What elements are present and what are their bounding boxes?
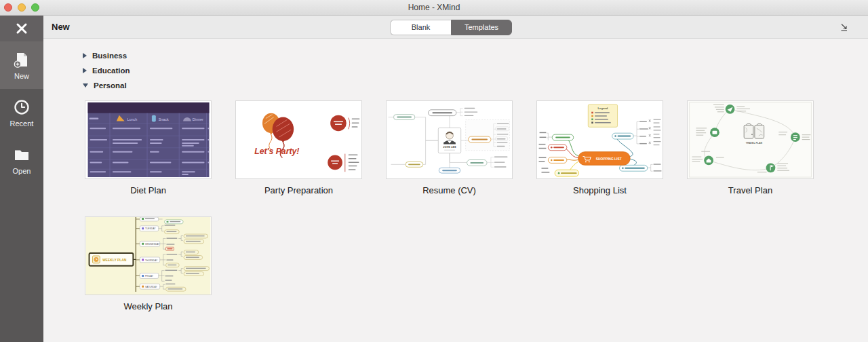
template-card-shopping-list[interactable]: Legend bbox=[536, 100, 663, 179]
template-title: Weekly Plan bbox=[85, 301, 212, 311]
collapsed-arrow-icon bbox=[83, 68, 87, 73]
category-personal[interactable]: Personal bbox=[83, 78, 130, 93]
svg-text:TRAVEL PLAN: TRAVEL PLAN bbox=[746, 142, 763, 145]
weekly-plan-thumbnail: WEEKLY PLAN TUESDAY bbox=[85, 217, 211, 294]
template-title: Diet Plan bbox=[85, 185, 212, 195]
page-title: New bbox=[52, 22, 70, 32]
template-grid: Lunch Snack Dinner bbox=[85, 100, 814, 311]
template-title: Travel Plan bbox=[687, 185, 814, 195]
sidebar-item-new[interactable]: New bbox=[0, 41, 43, 89]
blank-templates-switcher: Blank Templates bbox=[390, 20, 512, 35]
sidebar-item-recent[interactable]: Recent bbox=[0, 89, 43, 136]
template-cell: TRAVEL PLAN bbox=[687, 100, 814, 195]
sidebar-item-label: Recent bbox=[10, 119, 34, 128]
import-template-button[interactable] bbox=[839, 22, 850, 33]
svg-text:FRIDAY: FRIDAY bbox=[145, 275, 154, 278]
collapsed-arrow-icon bbox=[83, 53, 87, 58]
svg-text:JOHN LEE: JOHN LEE bbox=[443, 146, 456, 149]
template-title: Resume (CV) bbox=[386, 185, 513, 195]
sidebar: New Recent Open bbox=[0, 16, 43, 342]
category-education[interactable]: Education bbox=[83, 63, 130, 78]
template-card-diet-plan[interactable]: Lunch Snack Dinner bbox=[85, 100, 212, 179]
folder-icon bbox=[13, 146, 31, 164]
template-cell: Legend bbox=[536, 100, 663, 195]
template-title: Shopping List bbox=[536, 185, 663, 195]
expanded-arrow-icon bbox=[83, 83, 88, 88]
shopping-list-thumbnail: Legend bbox=[537, 101, 663, 178]
template-card-resume-cv[interactable]: JOHN LEE bbox=[386, 100, 513, 179]
template-cell: Let's Party! bbox=[235, 100, 362, 195]
tab-templates[interactable]: Templates bbox=[451, 20, 512, 35]
template-cell: WEEKLY PLAN TUESDAY bbox=[85, 216, 212, 311]
svg-text:Snack: Snack bbox=[159, 117, 169, 121]
sidebar-item-open[interactable]: Open bbox=[0, 136, 43, 184]
svg-text:WEEKLY PLAN: WEEKLY PLAN bbox=[102, 259, 127, 262]
svg-text:Let's Party!: Let's Party! bbox=[254, 147, 299, 156]
resume-cv-thumbnail: JOHN LEE bbox=[387, 101, 512, 178]
svg-text:WEDNESDAY: WEDNESDAY bbox=[145, 243, 160, 246]
category-tree: Business Education Personal bbox=[83, 48, 130, 93]
category-business[interactable]: Business bbox=[83, 48, 130, 63]
svg-text:SATURDAY: SATURDAY bbox=[145, 286, 157, 288]
window-title: Home - XMind bbox=[0, 0, 868, 15]
templates-panel: Business Education Personal bbox=[43, 39, 868, 342]
tab-blank[interactable]: Blank bbox=[390, 20, 451, 35]
template-card-travel-plan[interactable]: TRAVEL PLAN bbox=[687, 100, 814, 179]
new-document-icon bbox=[13, 51, 31, 69]
template-title: Party Preparation bbox=[235, 185, 362, 195]
template-cell: Lunch Snack Dinner bbox=[85, 100, 212, 195]
svg-text:Lunch: Lunch bbox=[127, 117, 138, 121]
xmind-home-window: Home - XMind New bbox=[0, 0, 868, 342]
template-card-weekly-plan[interactable]: WEEKLY PLAN TUESDAY bbox=[85, 216, 212, 295]
main-header: New Blank Templates bbox=[43, 16, 868, 39]
template-card-party-preparation[interactable]: Let's Party! bbox=[235, 100, 362, 179]
close-icon bbox=[15, 22, 28, 35]
svg-text:SHOPPING LIST: SHOPPING LIST bbox=[596, 157, 622, 161]
titlebar: Home - XMind bbox=[0, 0, 868, 16]
svg-text:Legend: Legend bbox=[598, 107, 608, 110]
clock-icon bbox=[13, 98, 31, 116]
travel-plan-thumbnail: TRAVEL PLAN bbox=[688, 101, 813, 178]
svg-text:THURSDAY: THURSDAY bbox=[145, 259, 158, 262]
template-cell: JOHN LEE Resume (CV) bbox=[386, 100, 513, 195]
diet-plan-thumbnail: Lunch Snack Dinner bbox=[85, 101, 211, 178]
close-home-button[interactable] bbox=[0, 16, 43, 41]
sidebar-item-label: New bbox=[14, 72, 29, 80]
sidebar-item-label: Open bbox=[13, 167, 31, 175]
svg-text:Dinner: Dinner bbox=[193, 117, 203, 121]
svg-text:TUESDAY: TUESDAY bbox=[145, 227, 156, 230]
download-arrow-icon bbox=[839, 22, 850, 33]
party-preparation-thumbnail: Let's Party! bbox=[236, 101, 361, 178]
